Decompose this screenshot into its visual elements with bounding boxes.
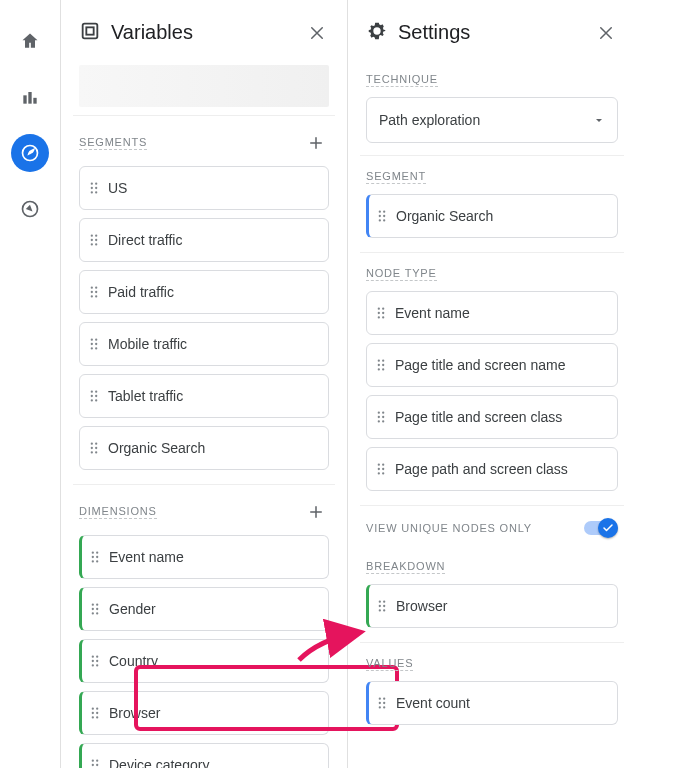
segment-chip[interactable]: Organic Search: [79, 426, 329, 470]
toggle-on-icon: [598, 518, 618, 538]
dimension-chip[interactable]: Country: [79, 639, 329, 683]
drag-handle-icon[interactable]: [88, 337, 100, 351]
drag-handle-icon[interactable]: [89, 654, 101, 668]
breakdown-section: BREAKDOWN Browser: [360, 546, 624, 642]
node-type-label: NODE TYPE: [366, 267, 437, 281]
chip-label: Direct traffic: [108, 232, 182, 248]
chip-label: US: [108, 180, 127, 196]
dimension-chip[interactable]: Browser: [79, 691, 329, 735]
values-chip-label: Event count: [396, 695, 470, 711]
segments-label: SEGMENTS: [79, 136, 147, 150]
chip-label: Browser: [109, 705, 160, 721]
drag-handle-icon[interactable]: [89, 758, 101, 768]
settings-title: Settings: [398, 21, 584, 44]
settings-icon: [366, 20, 388, 45]
dimensions-section: DIMENSIONS Event nameGenderCountryBrowse…: [73, 484, 335, 768]
chip-label: Page title and screen name: [395, 357, 565, 373]
segment-chip[interactable]: Paid traffic: [79, 270, 329, 314]
segment-label: SEGMENT: [366, 170, 426, 184]
chip-label: Event name: [109, 549, 184, 565]
drag-handle-icon[interactable]: [376, 599, 388, 613]
chip-label: Event name: [395, 305, 470, 321]
node-type-chip[interactable]: Event name: [366, 291, 618, 335]
variables-title: Variables: [111, 21, 295, 44]
values-chip[interactable]: Event count: [366, 681, 618, 725]
node-type-section: NODE TYPE Event namePage title and scree…: [360, 252, 624, 505]
chip-label: Mobile traffic: [108, 336, 187, 352]
drag-handle-icon[interactable]: [88, 233, 100, 247]
view-unique-row: VIEW UNIQUE NODES ONLY: [360, 505, 624, 546]
nav-ads[interactable]: [11, 190, 49, 228]
values-section: VALUES Event count: [360, 642, 624, 739]
dimension-chip[interactable]: Device category: [79, 743, 329, 768]
chip-label: Organic Search: [108, 440, 205, 456]
segment-section: SEGMENT Organic Search: [360, 155, 624, 252]
breakdown-chip[interactable]: Browser: [366, 584, 618, 628]
add-segment-button[interactable]: [303, 130, 329, 156]
chip-label: Tablet traffic: [108, 388, 183, 404]
node-type-chip[interactable]: Page title and screen class: [366, 395, 618, 439]
drag-handle-icon[interactable]: [376, 696, 388, 710]
chip-label: Device category: [109, 757, 209, 768]
drag-handle-icon[interactable]: [375, 358, 387, 372]
segments-section: SEGMENTS USDirect trafficPaid trafficMob…: [73, 115, 335, 484]
segment-chip-label: Organic Search: [396, 208, 493, 224]
drag-handle-icon[interactable]: [89, 602, 101, 616]
dimension-chip[interactable]: Gender: [79, 587, 329, 631]
breakdown-chip-label: Browser: [396, 598, 447, 614]
nav-home[interactable]: [11, 22, 49, 60]
drag-handle-icon[interactable]: [89, 706, 101, 720]
drag-handle-icon[interactable]: [89, 550, 101, 564]
segment-chip[interactable]: Tablet traffic: [79, 374, 329, 418]
nav-reports[interactable]: [11, 78, 49, 116]
exploration-name-input[interactable]: [79, 65, 329, 107]
chip-label: Paid traffic: [108, 284, 174, 300]
variables-header: Variables: [61, 0, 347, 59]
drag-handle-icon[interactable]: [88, 181, 100, 195]
segment-chip[interactable]: Mobile traffic: [79, 322, 329, 366]
technique-label: TECHNIQUE: [366, 73, 438, 87]
dimension-chip[interactable]: Event name: [79, 535, 329, 579]
chip-label: Page title and screen class: [395, 409, 562, 425]
variables-panel: Variables SEGMENTS USDirect trafficPaid …: [60, 0, 348, 768]
dropdown-caret-icon: [593, 112, 605, 128]
view-unique-label: VIEW UNIQUE NODES ONLY: [366, 522, 532, 535]
segment-chip[interactable]: Direct traffic: [79, 218, 329, 262]
variables-icon: [79, 20, 101, 45]
dimensions-label: DIMENSIONS: [79, 505, 157, 519]
technique-value: Path exploration: [379, 112, 480, 128]
breakdown-label: BREAKDOWN: [366, 560, 445, 574]
drag-handle-icon[interactable]: [375, 410, 387, 424]
settings-header: Settings: [348, 0, 636, 59]
values-label: VALUES: [366, 657, 413, 671]
chip-label: Country: [109, 653, 158, 669]
technique-section: TECHNIQUE Path exploration: [360, 59, 624, 155]
settings-panel: Settings TECHNIQUE Path exploration SEGM…: [348, 0, 636, 768]
drag-handle-icon[interactable]: [375, 306, 387, 320]
chip-label: Page path and screen class: [395, 461, 568, 477]
drag-handle-icon[interactable]: [88, 441, 100, 455]
segment-chip[interactable]: US: [79, 166, 329, 210]
drag-handle-icon[interactable]: [88, 389, 100, 403]
chip-label: Gender: [109, 601, 156, 617]
view-unique-toggle[interactable]: [584, 518, 618, 538]
close-settings-button[interactable]: [594, 21, 618, 45]
close-variables-button[interactable]: [305, 21, 329, 45]
segment-chip[interactable]: Organic Search: [366, 194, 618, 238]
node-type-chip[interactable]: Page title and screen name: [366, 343, 618, 387]
drag-handle-icon[interactable]: [376, 209, 388, 223]
technique-dropdown[interactable]: Path exploration: [366, 97, 618, 143]
drag-handle-icon[interactable]: [375, 462, 387, 476]
drag-handle-icon[interactable]: [88, 285, 100, 299]
node-type-chip[interactable]: Page path and screen class: [366, 447, 618, 491]
add-dimension-button[interactable]: [303, 499, 329, 525]
nav-rail: [0, 0, 60, 768]
nav-explore[interactable]: [11, 134, 49, 172]
